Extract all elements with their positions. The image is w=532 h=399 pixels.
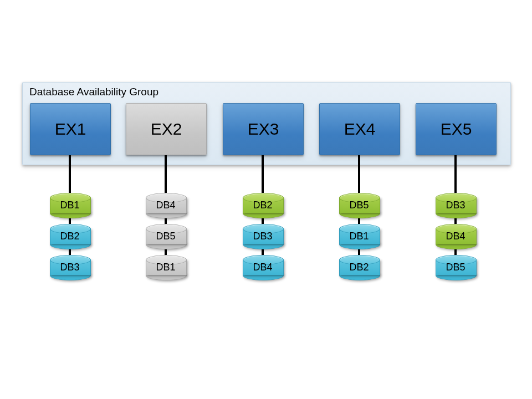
db-label: DB4: [146, 200, 186, 211]
diagram-canvas: Database Availability Group EX1 DB1 DB2 …: [0, 0, 532, 399]
db-label: DB1: [50, 200, 90, 211]
db-label: DB3: [243, 231, 283, 242]
db-label: DB1: [146, 262, 186, 273]
db-label: DB5: [146, 231, 186, 242]
db-label: DB2: [50, 231, 90, 242]
server-label: EX3: [248, 120, 279, 139]
db-label: DB4: [436, 231, 475, 242]
dag-title: Database Availability Group: [29, 86, 158, 98]
server-label: EX1: [55, 120, 86, 139]
db-label: DB1: [339, 231, 379, 242]
server-node-ex3: EX3: [223, 103, 304, 155]
db-label: DB2: [339, 262, 379, 273]
db-label: DB2: [243, 200, 283, 211]
server-node-ex1: EX1: [30, 103, 111, 155]
server-node-ex4: EX4: [319, 103, 400, 155]
db-label: DB5: [436, 262, 475, 273]
server-label: EX4: [344, 120, 376, 139]
server-label: EX5: [441, 120, 472, 139]
server-label: EX2: [151, 120, 182, 139]
server-node-ex5: EX5: [416, 103, 497, 155]
db-label: DB3: [50, 262, 90, 273]
db-label: DB4: [243, 262, 283, 273]
db-label: DB5: [339, 200, 379, 211]
db-label: DB3: [436, 200, 475, 211]
server-node-ex2: EX2: [126, 103, 207, 155]
